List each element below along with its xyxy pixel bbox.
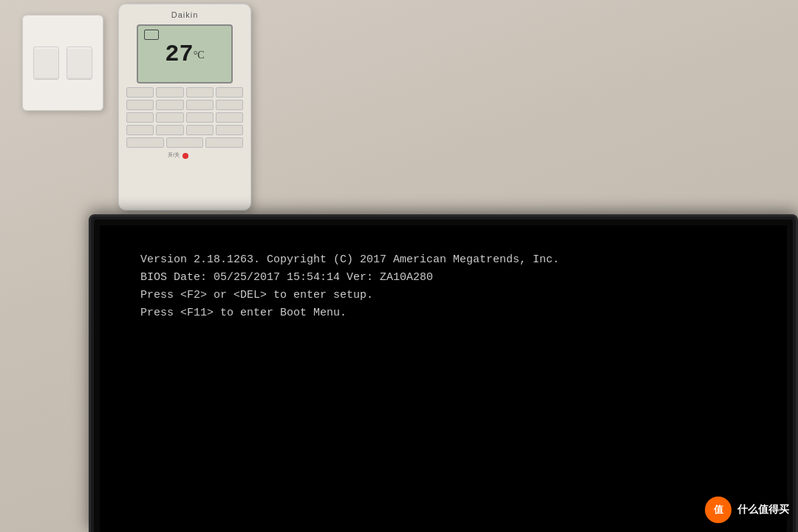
remote-btn-9[interactable] [126, 112, 154, 123]
remote-btn-5[interactable] [126, 100, 154, 110]
remote-row-1 [126, 87, 243, 98]
monitor-bezel: Version 2.18.1263. Copyright (C) 2017 Am… [94, 219, 793, 532]
bios-line-2: BIOS Date: 05/25/2017 15:54:14 Ver: ZA10… [140, 269, 559, 287]
site-watermark: 值 什么值得买 [705, 497, 789, 523]
remote-label-other [191, 151, 202, 159]
switch-row-top [33, 47, 92, 80]
remote-screen-inner: 27 °C [138, 26, 231, 82]
bios-line-1: Version 2.18.1263. Copyright (C) 2017 Am… [140, 251, 559, 269]
remote-btn-1[interactable] [126, 87, 154, 98]
wall-switch-panel [22, 15, 103, 111]
remote-btn-4[interactable] [216, 87, 243, 98]
temperature-unit: °C [194, 50, 205, 61]
remote-btn-17[interactable] [126, 137, 164, 148]
remote-btn-2[interactable] [156, 87, 183, 98]
switch-button-right[interactable] [66, 47, 92, 80]
remote-btn-8[interactable] [216, 100, 243, 110]
remote-row-4 [126, 125, 243, 135]
remote-lcd-screen: 27 °C [137, 24, 233, 83]
remote-btn-7[interactable] [186, 100, 214, 110]
remote-ac-icon [144, 30, 159, 40]
switch-button-left[interactable] [33, 47, 59, 80]
temperature-display: 27 [165, 41, 193, 68]
monitor-screen: Version 2.18.1263. Copyright (C) 2017 Am… [100, 225, 787, 532]
remote-btn-18[interactable] [166, 137, 204, 148]
remote-btn-13[interactable] [126, 125, 154, 135]
ac-remote-controller: Daikin 27 °C [118, 4, 251, 211]
remote-btn-16[interactable] [216, 125, 243, 135]
remote-btn-3[interactable] [186, 87, 214, 98]
remote-label-on: 开/关 [168, 151, 180, 159]
remote-btn-15[interactable] [186, 125, 214, 135]
watermark-icon-text: 值 [714, 503, 723, 516]
remote-btn-11[interactable] [186, 112, 214, 123]
remote-power-indicator [183, 153, 188, 159]
remote-button-section [126, 87, 243, 148]
remote-btn-10[interactable] [156, 112, 183, 123]
remote-btn-14[interactable] [156, 125, 183, 135]
remote-btn-6[interactable] [156, 100, 183, 110]
monitor-frame: Version 2.18.1263. Copyright (C) 2017 Am… [89, 214, 798, 532]
remote-row-2 [126, 100, 243, 110]
bios-line-3: Press <F2> or <DEL> to enter setup. [140, 287, 559, 304]
remote-brand-label: Daikin [171, 10, 199, 19]
remote-row-3 [126, 112, 243, 123]
remote-row-5 [126, 137, 243, 148]
remote-btn-12[interactable] [216, 112, 243, 123]
watermark-icon: 值 [705, 497, 732, 523]
bios-line-4: Press <F11> to enter Boot Menu. [140, 304, 559, 322]
bios-text-area: Version 2.18.1263. Copyright (C) 2017 Am… [140, 251, 559, 322]
remote-bottom-labels: 开/关 [168, 151, 202, 159]
remote-btn-19[interactable] [205, 137, 243, 148]
watermark-site-name: 什么值得买 [737, 503, 789, 516]
